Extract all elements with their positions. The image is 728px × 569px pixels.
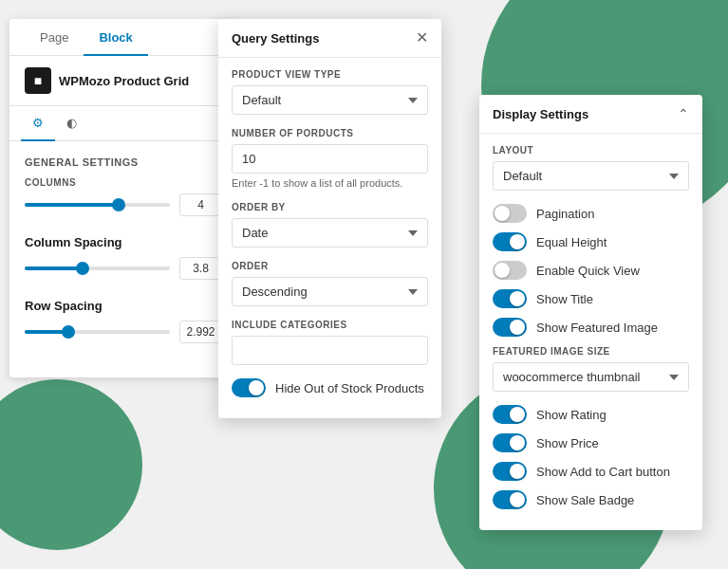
tab-block[interactable]: Block — [84, 19, 147, 56]
order-by-label: ORDER BY — [232, 202, 428, 212]
general-settings-label: General Settings — [25, 156, 222, 168]
include-categories-input[interactable] — [232, 336, 428, 365]
number-of-products-input[interactable] — [232, 144, 428, 174]
featured-image-size-select[interactable]: woocommerce thumbnail medium large full — [493, 362, 689, 392]
toggle-row-show_rating: Show Rating — [493, 405, 689, 424]
toggle-row-enable_quick_view: Enable Quick View — [493, 261, 689, 280]
include-categories-label: INCLUDE CATEGORIES — [232, 320, 428, 330]
toggle-label-equal_height: Equal Height — [536, 235, 607, 249]
hide-out-of-stock-label: Hide Out of Stock Products — [275, 381, 424, 395]
columns-value-input[interactable]: 4 — [179, 193, 222, 216]
display-panel-content: LAYOUT Default Grid List Pagination Equa… — [479, 134, 702, 530]
row-spacing-value-input[interactable] — [179, 321, 222, 343]
toggle-label-show_add_to_cart: Show Add to Cart button — [536, 465, 670, 479]
editor-tabs: Page Block — [9, 19, 237, 56]
toggle-label-show_featured_image: Show Featured Image — [536, 321, 658, 335]
product-view-type-label: PRODUCT VIEW TYPE — [232, 69, 428, 80]
column-spacing-slider-thumb[interactable] — [76, 262, 89, 275]
layout-label: LAYOUT — [493, 145, 689, 156]
layout-group: LAYOUT Default Grid List — [493, 145, 689, 191]
settings-tab-general[interactable]: ⚙ — [21, 106, 55, 141]
columns-slider-thumb[interactable] — [112, 198, 125, 211]
columns-group: COLUMNS 4 — [25, 177, 222, 216]
column-spacing-slider-track[interactable] — [25, 266, 170, 270]
display-panel-title: Display Settings — [493, 107, 588, 121]
plugin-title: WPMozo Product Grid — [59, 74, 189, 88]
toggle-label-show_price: Show Price — [536, 436, 599, 450]
row-spacing-slider-row — [25, 321, 222, 343]
toggle-row-show_featured_image: Show Featured Image — [493, 318, 689, 337]
sidebar-panel: Page Block ■ WPMozo Product Grid ⚙ ◐ Gen… — [9, 19, 237, 377]
product-view-type-group: PRODUCT VIEW TYPE Default — [232, 69, 428, 115]
column-spacing-value-input[interactable] — [179, 257, 222, 280]
toggle-label-show_rating: Show Rating — [536, 408, 607, 422]
column-spacing-group: Column Spacing — [25, 235, 222, 280]
settings-tab-style[interactable]: ◐ — [55, 106, 88, 141]
number-of-products-help: Enter -1 to show a list of all products. — [232, 177, 428, 189]
hide-out-of-stock-toggle[interactable] — [232, 378, 266, 397]
bg-decoration-3 — [0, 379, 142, 550]
order-by-group: ORDER BY Date — [232, 202, 428, 248]
sidebar-content: General Settings COLUMNS 4 Column Spacin… — [9, 141, 237, 377]
toggle-show_sale_badge[interactable] — [493, 490, 527, 509]
toggles-group-1: Pagination Equal Height Enable Quick Vie… — [493, 204, 689, 337]
number-of-products-label: NUMBER OF PORDUCTS — [232, 128, 428, 138]
toggle-show_featured_image[interactable] — [493, 318, 527, 337]
toggle-row-pagination: Pagination — [493, 204, 689, 223]
featured-image-size-label: FEATURED IMAGE SIZE — [493, 346, 689, 357]
number-of-products-group: NUMBER OF PORDUCTS Enter -1 to show a li… — [232, 128, 428, 189]
display-panel-collapse[interactable]: ⌃ — [678, 106, 689, 121]
query-panel-title: Query Settings — [232, 31, 319, 46]
row-spacing-slider-thumb[interactable] — [62, 325, 75, 339]
toggle-label-show_title: Show Title — [536, 292, 593, 306]
column-spacing-slider-fill — [25, 266, 83, 270]
plugin-icon: ■ — [25, 67, 51, 94]
columns-slider-track[interactable] — [25, 203, 170, 207]
row-spacing-slider-track[interactable] — [25, 330, 170, 334]
query-panel-header: Query Settings ✕ — [218, 19, 441, 58]
settings-tabs: ⚙ ◐ — [9, 106, 237, 141]
query-panel-content: PRODUCT VIEW TYPE Default NUMBER OF PORD… — [218, 58, 441, 418]
toggle-label-show_sale_badge: Show Sale Badge — [536, 493, 634, 507]
order-label: ORDER — [232, 261, 428, 271]
column-spacing-slider-row — [25, 257, 222, 280]
toggle-label-pagination: Pagination — [536, 207, 594, 221]
toggle-show_add_to_cart[interactable] — [493, 462, 527, 481]
columns-slider-row: 4 — [25, 193, 222, 216]
query-panel-close[interactable]: ✕ — [416, 30, 428, 46]
order-group: ORDER Descending — [232, 261, 428, 306]
layout-select[interactable]: Default Grid List — [493, 161, 689, 191]
query-panel: Query Settings ✕ PRODUCT VIEW TYPE Defau… — [218, 19, 441, 418]
toggle-equal_height[interactable] — [493, 232, 527, 251]
row-spacing-group: Row Spacing — [25, 299, 222, 343]
plugin-title-row: ■ WPMozo Product Grid — [9, 56, 237, 106]
order-select[interactable]: Descending — [232, 277, 428, 306]
order-by-select[interactable]: Date — [232, 218, 428, 248]
columns-slider-fill — [25, 203, 119, 207]
toggle-row-show_title: Show Title — [493, 289, 689, 308]
display-panel-header: Display Settings ⌃ — [479, 95, 702, 134]
toggle-row-show_sale_badge: Show Sale Badge — [493, 490, 689, 509]
toggle-enable_quick_view[interactable] — [493, 261, 527, 280]
featured-image-size-group: FEATURED IMAGE SIZE woocommerce thumbnai… — [493, 346, 689, 392]
column-spacing-label: Column Spacing — [25, 235, 222, 249]
toggle-show_title[interactable] — [493, 289, 527, 308]
tab-page[interactable]: Page — [25, 19, 84, 56]
toggle-show_rating[interactable] — [493, 405, 527, 424]
row-spacing-label: Row Spacing — [25, 299, 222, 313]
display-panel: Display Settings ⌃ LAYOUT Default Grid L… — [479, 95, 702, 530]
include-categories-group: INCLUDE CATEGORIES — [232, 320, 428, 365]
toggle-show_price[interactable] — [493, 433, 527, 452]
toggles-group-2: Show Rating Show Price Show Add to Cart … — [493, 405, 689, 509]
columns-label: COLUMNS — [25, 177, 222, 188]
toggle-pagination[interactable] — [493, 204, 527, 223]
toggle-row-show_price: Show Price — [493, 433, 689, 452]
toggle-row-show_add_to_cart: Show Add to Cart button — [493, 462, 689, 481]
product-view-type-select[interactable]: Default — [232, 85, 428, 115]
hide-out-of-stock-row: Hide Out of Stock Products — [232, 378, 428, 397]
toggle-label-enable_quick_view: Enable Quick View — [536, 264, 640, 278]
toggle-row-equal_height: Equal Height — [493, 232, 689, 251]
